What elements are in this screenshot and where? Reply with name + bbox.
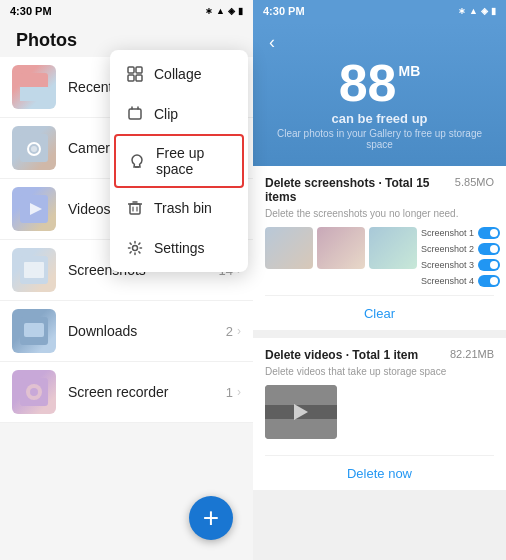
left-panel: 4:30 PM ∗ ▲ ◈ ▮ Photos Recent xyxy=(0,0,253,560)
section-videos-action: Delete now xyxy=(265,455,494,490)
toggle-label-1: Screenshot 1 xyxy=(421,228,474,238)
section-videos-header: Delete videos · Total 1 item 82.21MB xyxy=(265,348,494,362)
menu-label-collage: Collage xyxy=(154,66,201,82)
section-videos-size: 82.21MB xyxy=(450,348,494,360)
list-item-downloads[interactable]: Downloads 2 › xyxy=(0,301,253,362)
fab-button[interactable]: + xyxy=(189,496,233,540)
svg-point-27 xyxy=(133,246,138,251)
menu-item-collage[interactable]: Collage xyxy=(110,54,248,94)
hero-subtitle: can be freed up xyxy=(331,111,427,126)
recent-thumb-img xyxy=(20,73,48,101)
right-wifi-icon: ◈ xyxy=(481,6,488,16)
toggle-row-2: Screenshot 2 xyxy=(421,243,500,255)
toggle-label-2: Screenshot 2 xyxy=(421,244,474,254)
right-signal-icon: ▲ xyxy=(469,6,478,16)
section-screenshots-desc: Delete the screenshots you no longer nee… xyxy=(265,208,494,219)
toggle-label-4: Screenshot 4 xyxy=(421,276,474,286)
svg-rect-29 xyxy=(265,405,337,419)
screenshot-thumb-2 xyxy=(317,227,365,269)
delete-now-button[interactable]: Delete now xyxy=(347,466,412,481)
svg-rect-14 xyxy=(128,67,134,73)
toggle-1[interactable] xyxy=(478,227,500,239)
collage-icon xyxy=(126,65,144,83)
camera-thumb-img xyxy=(20,134,48,162)
section-screenshots-header: Delete screenshots · Total 15 items 5.85… xyxy=(265,176,494,204)
section-screenshots-size: 5.85MO xyxy=(455,176,494,188)
svg-point-4 xyxy=(31,146,37,152)
downloads-thumb-img xyxy=(20,317,48,345)
right-content: Delete screenshots · Total 15 items 5.85… xyxy=(253,166,506,560)
trash-icon xyxy=(126,199,144,217)
right-status-time: 4:30 PM xyxy=(263,5,305,17)
list-item-screen-recorder[interactable]: Screen recorder 1 › xyxy=(0,362,253,423)
svg-rect-18 xyxy=(129,109,141,119)
screenshot-toggle-list: Screenshot 1 Screenshot 2 Screenshot 3 S… xyxy=(421,227,500,287)
menu-label-free-space: Free up space xyxy=(156,145,230,177)
list-label-screen-recorder: Screen recorder xyxy=(68,384,226,400)
svg-rect-8 xyxy=(24,262,44,278)
count-downloads: 2 xyxy=(226,324,233,339)
svg-rect-16 xyxy=(128,75,134,81)
svg-rect-10 xyxy=(24,323,44,337)
toggle-row-1: Screenshot 1 xyxy=(421,227,500,239)
thumb-recent xyxy=(12,65,56,109)
toggle-4[interactable] xyxy=(478,275,500,287)
battery-icon: ▮ xyxy=(238,6,243,16)
menu-item-clip[interactable]: Clip xyxy=(110,94,248,134)
clip-icon xyxy=(126,105,144,123)
svg-rect-17 xyxy=(136,75,142,81)
chevron-downloads: › xyxy=(237,324,241,338)
right-bluetooth-icon: ∗ xyxy=(458,6,466,16)
wifi-icon: ◈ xyxy=(228,6,235,16)
thumb-screenrec xyxy=(12,370,56,414)
svg-point-13 xyxy=(30,388,38,396)
right-battery-icon: ▮ xyxy=(491,6,496,16)
menu-label-clip: Clip xyxy=(154,106,178,122)
toggle-row-3: Screenshot 3 xyxy=(421,259,500,271)
menu-item-free-space[interactable]: Free up space xyxy=(114,134,244,188)
screenshots-thumbs: Screenshot 1 Screenshot 2 Screenshot 3 S… xyxy=(265,227,494,287)
hero-desc: Clear photos in your Gallery to free up … xyxy=(269,128,490,150)
thumb-screenshots xyxy=(12,248,56,292)
thumb-videos xyxy=(12,187,56,231)
right-status-icons: ∗ ▲ ◈ ▮ xyxy=(458,6,496,16)
menu-item-trash[interactable]: Trash bin xyxy=(110,188,248,228)
screenshot-thumb-3 xyxy=(369,227,417,269)
screenshot-thumb-1 xyxy=(265,227,313,269)
chevron-screen-recorder: › xyxy=(237,385,241,399)
svg-rect-1 xyxy=(20,87,48,101)
right-hero: ‹ 88 MB can be freed up Clear photos in … xyxy=(253,22,506,166)
signal-icon: ▲ xyxy=(216,6,225,16)
toggle-2[interactable] xyxy=(478,243,500,255)
hero-unit: MB xyxy=(399,63,421,79)
hero-size: 88 MB xyxy=(339,57,421,109)
video-thumb-1 xyxy=(265,385,337,439)
menu-item-settings[interactable]: Settings xyxy=(110,228,248,268)
left-status-time: 4:30 PM xyxy=(10,5,52,17)
back-button[interactable]: ‹ xyxy=(269,32,275,53)
toggle-3[interactable] xyxy=(478,259,500,271)
svg-rect-22 xyxy=(130,204,140,214)
free-space-icon xyxy=(128,152,146,170)
videos-thumb-img xyxy=(20,195,48,223)
hero-number: 88 xyxy=(339,57,397,109)
menu-label-settings: Settings xyxy=(154,240,205,256)
toggle-label-3: Screenshot 3 xyxy=(421,260,474,270)
clear-button[interactable]: Clear xyxy=(364,306,395,321)
section-videos-title: Delete videos · Total 1 item xyxy=(265,348,418,362)
thumb-camera xyxy=(12,126,56,170)
menu-label-trash: Trash bin xyxy=(154,200,212,216)
settings-icon xyxy=(126,239,144,257)
section-videos: Delete videos · Total 1 item 82.21MB Del… xyxy=(253,338,506,490)
video-thumb-img xyxy=(265,385,337,439)
screenshots-thumb-img xyxy=(20,256,48,284)
list-label-downloads: Downloads xyxy=(68,323,226,339)
left-status-bar: 4:30 PM ∗ ▲ ◈ ▮ xyxy=(0,0,253,22)
context-menu: Collage Clip Free up space xyxy=(110,50,248,272)
screenrec-thumb-img xyxy=(20,378,48,406)
videos-thumbs xyxy=(265,385,494,447)
bluetooth-icon: ∗ xyxy=(205,6,213,16)
right-status-bar: 4:30 PM ∗ ▲ ◈ ▮ xyxy=(253,0,506,22)
thumb-downloads xyxy=(12,309,56,353)
section-screenshots-action: Clear xyxy=(265,295,494,330)
